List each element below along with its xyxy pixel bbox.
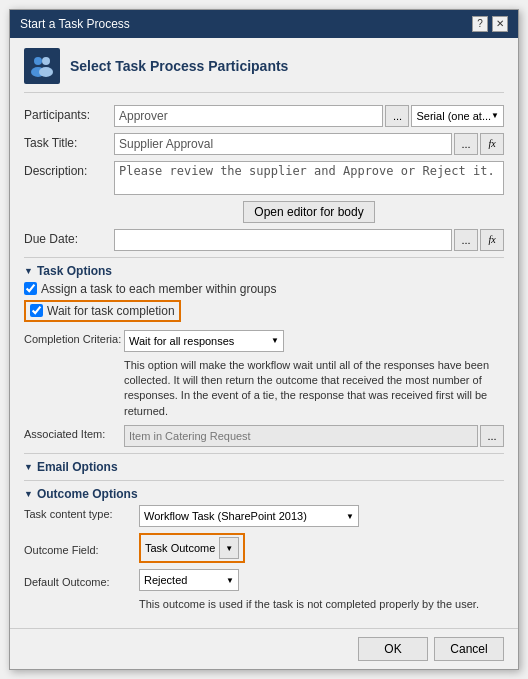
outcome-field-value: Task Outcome xyxy=(145,542,215,554)
associated-item-controls: ... xyxy=(124,425,504,447)
open-editor-button[interactable]: Open editor for body xyxy=(243,201,374,223)
default-outcome-label: Default Outcome: xyxy=(24,573,139,588)
start-task-process-dialog: Start a Task Process ? ✕ Select Task Pro… xyxy=(9,9,519,671)
description-label: Description: xyxy=(24,161,114,178)
wait-completion-container: Wait for task completion xyxy=(24,300,504,326)
svg-point-3 xyxy=(39,67,53,77)
associated-item-browse-button[interactable]: ... xyxy=(480,425,504,447)
default-outcome-row: Default Outcome: Rejected ▼ xyxy=(24,569,504,591)
task-title-controls: ... fx xyxy=(114,133,504,155)
participants-input[interactable] xyxy=(114,105,383,127)
task-content-type-select[interactable]: Workflow Task (SharePoint 2013) ▼ xyxy=(139,505,359,527)
outcome-options-label: Outcome Options xyxy=(37,487,138,501)
title-bar-buttons: ? ✕ xyxy=(472,16,508,32)
email-options-header: ▼ Email Options xyxy=(24,460,504,474)
outcome-field-label: Outcome Field: xyxy=(24,541,139,556)
outcome-options-triangle: ▼ xyxy=(24,489,33,499)
due-date-controls: ... fx xyxy=(114,229,504,251)
task-title-browse-button[interactable]: ... xyxy=(454,133,478,155)
task-content-type-controls: Workflow Task (SharePoint 2013) ▼ xyxy=(139,505,504,527)
dialog-title: Start a Task Process xyxy=(20,17,130,31)
due-date-input[interactable] xyxy=(114,229,452,251)
default-outcome-arrow: ▼ xyxy=(226,576,234,585)
header-icon xyxy=(24,48,60,84)
participants-row: Participants: ... Serial (one at... ▼ xyxy=(24,105,504,127)
task-options-label: Task Options xyxy=(37,264,112,278)
assign-task-checkbox[interactable] xyxy=(24,282,37,295)
associated-item-input[interactable] xyxy=(124,425,478,447)
associated-item-row: Associated Item: ... xyxy=(24,425,504,447)
svg-point-1 xyxy=(42,57,50,65)
email-options-label: Email Options xyxy=(37,460,118,474)
completion-criteria-controls: Wait for all responses ▼ xyxy=(124,330,504,352)
email-options-triangle: ▼ xyxy=(24,462,33,472)
wait-completion-highlighted: Wait for task completion xyxy=(24,300,181,322)
help-button[interactable]: ? xyxy=(472,16,488,32)
task-options-header: ▼ Task Options xyxy=(24,264,504,278)
default-outcome-select[interactable]: Rejected ▼ xyxy=(139,569,239,591)
svg-point-0 xyxy=(34,57,42,65)
participants-mode-select[interactable]: Serial (one at... ▼ xyxy=(411,105,504,127)
close-button[interactable]: ✕ xyxy=(492,16,508,32)
completion-criteria-select[interactable]: Wait for all responses ▼ xyxy=(124,330,284,352)
participants-mode-arrow: ▼ xyxy=(491,111,499,120)
button-row: OK Cancel xyxy=(10,628,518,669)
default-outcome-helper: This outcome is used if the task is not … xyxy=(139,597,504,612)
header-title: Select Task Process Participants xyxy=(70,58,288,74)
task-content-type-row: Task content type: Workflow Task (ShareP… xyxy=(24,505,504,527)
title-bar: Start a Task Process ? ✕ xyxy=(10,10,518,38)
outcome-field-highlighted: Task Outcome ▼ xyxy=(139,533,245,563)
wait-completion-checkbox[interactable] xyxy=(30,304,43,317)
completion-criteria-arrow: ▼ xyxy=(271,336,279,345)
associated-item-label: Associated Item: xyxy=(24,425,124,440)
completion-helper-text: This option will make the workflow wait … xyxy=(124,358,504,420)
task-title-row: Task Title: ... fx xyxy=(24,133,504,155)
due-date-label: Due Date: xyxy=(24,229,114,246)
task-title-input[interactable] xyxy=(114,133,452,155)
task-title-fx-button[interactable]: fx xyxy=(480,133,504,155)
ok-button[interactable]: OK xyxy=(358,637,428,661)
description-area: Please review the supplier and Approve o… xyxy=(114,161,504,223)
participants-label: Participants: xyxy=(24,105,114,122)
task-content-type-label: Task content type: xyxy=(24,505,139,520)
task-title-label: Task Title: xyxy=(24,133,114,150)
dialog-content: Select Task Process Participants Partici… xyxy=(10,38,518,629)
cancel-button[interactable]: Cancel xyxy=(434,637,504,661)
outcome-field-dropdown[interactable]: ▼ xyxy=(219,537,239,559)
completion-criteria-label: Completion Criteria: xyxy=(24,330,124,345)
description-row: Description: Please review the supplier … xyxy=(24,161,504,223)
due-date-row: Due Date: ... fx xyxy=(24,229,504,251)
outcome-options-header: ▼ Outcome Options xyxy=(24,487,504,501)
assign-task-label: Assign a task to each member within grou… xyxy=(41,282,276,296)
wait-completion-label: Wait for task completion xyxy=(47,304,175,318)
task-content-type-arrow: ▼ xyxy=(346,512,354,521)
completion-criteria-row: Completion Criteria: Wait for all respon… xyxy=(24,330,504,352)
due-date-fx-button[interactable]: fx xyxy=(480,229,504,251)
assign-task-row: Assign a task to each member within grou… xyxy=(24,282,504,296)
dialog-header: Select Task Process Participants xyxy=(24,48,504,93)
participants-controls: ... Serial (one at... ▼ xyxy=(114,105,504,127)
due-date-browse-button[interactable]: ... xyxy=(454,229,478,251)
task-options-triangle: ▼ xyxy=(24,266,33,276)
outcome-field-row: Outcome Field: Task Outcome ▼ xyxy=(24,533,504,563)
description-textarea[interactable]: Please review the supplier and Approve o… xyxy=(114,161,504,195)
participants-browse-button[interactable]: ... xyxy=(385,105,409,127)
default-outcome-controls: Rejected ▼ xyxy=(139,569,504,591)
